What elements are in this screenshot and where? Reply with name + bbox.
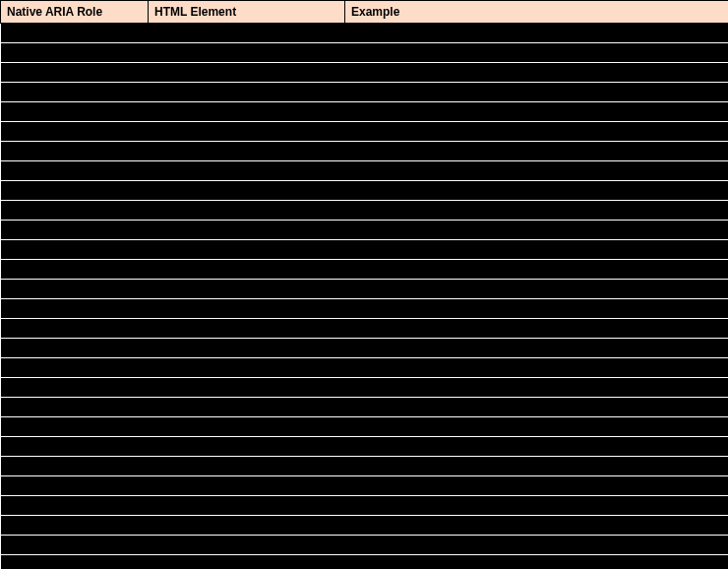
table-cell — [149, 280, 345, 299]
table-row — [1, 516, 729, 536]
table-cell — [149, 122, 345, 142]
table-row — [1, 24, 729, 43]
table-cell — [345, 319, 729, 339]
table-row — [1, 476, 729, 496]
table-row — [1, 83, 729, 102]
table-cell — [345, 63, 729, 83]
table-cell — [345, 43, 729, 63]
table-row — [1, 417, 729, 437]
table-row — [1, 319, 729, 339]
aria-role-table: Native ARIA Role HTML Element Example — [0, 0, 728, 569]
table-cell — [149, 63, 345, 83]
table-cell — [149, 476, 345, 496]
table-cell — [345, 181, 729, 201]
table-cell — [345, 417, 729, 437]
table-cell — [345, 201, 729, 221]
column-header-element: HTML Element — [149, 1, 345, 24]
table-cell — [345, 221, 729, 240]
table-cell — [1, 476, 149, 496]
table-cell — [1, 457, 149, 476]
table-cell — [345, 260, 729, 280]
table-cell — [1, 417, 149, 437]
table-cell — [149, 536, 345, 555]
table-cell — [1, 83, 149, 102]
table-cell — [149, 417, 345, 437]
table-row — [1, 221, 729, 240]
table-row — [1, 240, 729, 260]
table-cell — [1, 398, 149, 417]
table-row — [1, 496, 729, 516]
table-cell — [1, 260, 149, 280]
table-cell — [345, 358, 729, 378]
table-cell — [1, 122, 149, 142]
table-cell — [1, 24, 149, 43]
table-cell — [1, 516, 149, 536]
table-cell — [345, 496, 729, 516]
table-cell — [1, 181, 149, 201]
table-cell — [149, 221, 345, 240]
table-cell — [149, 358, 345, 378]
table-cell — [345, 437, 729, 457]
table-cell — [149, 201, 345, 221]
table-cell — [149, 398, 345, 417]
table-cell — [345, 516, 729, 536]
table-cell — [149, 516, 345, 536]
table-cell — [1, 161, 149, 181]
table-cell — [149, 319, 345, 339]
table-cell — [345, 161, 729, 181]
table-cell — [1, 536, 149, 555]
table-cell — [345, 122, 729, 142]
table-cell — [149, 260, 345, 280]
table-cell — [1, 63, 149, 83]
table-cell — [1, 437, 149, 457]
table-row — [1, 43, 729, 63]
table-cell — [1, 496, 149, 516]
table-cell — [345, 555, 729, 570]
table-cell — [149, 24, 345, 43]
table-cell — [1, 339, 149, 358]
table-cell — [149, 457, 345, 476]
table-cell — [149, 43, 345, 63]
table-row — [1, 161, 729, 181]
table-row — [1, 299, 729, 319]
table-cell — [345, 280, 729, 299]
column-header-role: Native ARIA Role — [1, 1, 149, 24]
table-row — [1, 260, 729, 280]
table-row — [1, 339, 729, 358]
table-cell — [1, 299, 149, 319]
table-cell — [1, 142, 149, 161]
table-cell — [1, 240, 149, 260]
table-cell — [345, 339, 729, 358]
table-row — [1, 378, 729, 398]
table-cell — [149, 378, 345, 398]
table-cell — [1, 555, 149, 570]
table-cell — [1, 319, 149, 339]
table-cell — [149, 555, 345, 570]
table-cell — [149, 496, 345, 516]
table-cell — [1, 378, 149, 398]
table-row — [1, 181, 729, 201]
table-cell — [345, 83, 729, 102]
table-row — [1, 358, 729, 378]
table-cell — [345, 142, 729, 161]
table-cell — [345, 240, 729, 260]
table-cell — [345, 476, 729, 496]
table-cell — [1, 358, 149, 378]
table-row — [1, 201, 729, 221]
table-cell — [149, 339, 345, 358]
table-cell — [149, 437, 345, 457]
table-cell — [149, 299, 345, 319]
table-cell — [345, 102, 729, 122]
table-cell — [149, 142, 345, 161]
table-cell — [149, 83, 345, 102]
table-row — [1, 555, 729, 570]
table-cell — [1, 43, 149, 63]
table-row — [1, 122, 729, 142]
table-cell — [149, 102, 345, 122]
table-row — [1, 536, 729, 555]
table-row — [1, 398, 729, 417]
table-cell — [345, 378, 729, 398]
table-cell — [149, 240, 345, 260]
table-cell — [345, 536, 729, 555]
table-row — [1, 280, 729, 299]
